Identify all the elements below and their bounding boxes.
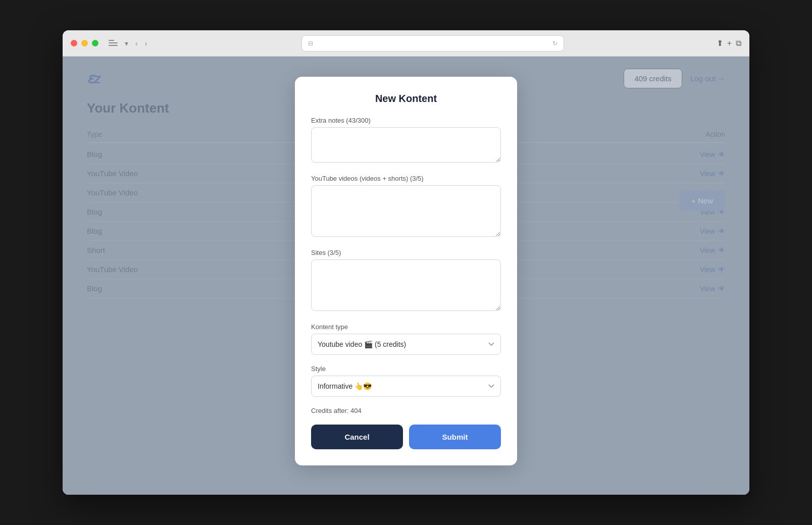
modal-title: New Kontent (311, 93, 501, 104)
extra-notes-textarea[interactable] (311, 127, 501, 163)
style-group: Style Informative 👆😎 (311, 365, 501, 397)
style-label: Style (311, 365, 501, 373)
browser-titlebar: ▾ ‹ › ⊟ ↻ ⬆ + ⧉ (63, 30, 749, 57)
extra-notes-group: Extra notes (43/300) (311, 117, 501, 165)
close-button[interactable] (71, 40, 77, 46)
extra-notes-label: Extra notes (43/300) (311, 117, 501, 124)
maximize-button[interactable] (92, 40, 98, 46)
sites-textarea[interactable] (311, 259, 501, 311)
youtube-videos-group: YouTube videos (videos + shorts) (3/5) (311, 175, 501, 239)
credits-after: Credits after: 404 (311, 407, 501, 414)
cancel-button[interactable]: Cancel (311, 425, 403, 449)
sites-label: Sites (3/5) (311, 249, 501, 256)
tabs-icon[interactable]: ⧉ (736, 39, 741, 48)
browser-actions: ⬆ + ⧉ (717, 38, 741, 48)
address-bar[interactable]: ⊟ ↻ (301, 35, 564, 51)
style-select-wrapper: Informative 👆😎 (311, 376, 501, 397)
youtube-videos-textarea[interactable] (311, 185, 501, 237)
sites-group: Sites (3/5) (311, 249, 501, 313)
forward-icon[interactable]: › (143, 37, 149, 49)
modal-dialog: New Kontent Extra notes (43/300) YouTube… (295, 77, 517, 465)
chevron-down-icon[interactable]: ▾ (123, 37, 130, 49)
modal-overlay: New Kontent Extra notes (43/300) YouTube… (63, 57, 749, 495)
address-bar-icon: ⊟ (308, 40, 313, 47)
youtube-videos-label: YouTube videos (videos + shorts) (3/5) (311, 175, 501, 182)
kontent-type-select-wrapper: Youtube video 🎬 (5 credits) (311, 334, 501, 355)
back-icon[interactable]: ‹ (133, 37, 140, 49)
minimize-button[interactable] (81, 40, 88, 46)
browser-controls: ▾ ‹ › (109, 37, 149, 49)
kontent-type-group: Kontent type Youtube video 🎬 (5 credits) (311, 323, 501, 355)
traffic-lights (71, 40, 98, 46)
address-bar-container: ⊟ ↻ (155, 35, 710, 51)
kontent-type-select[interactable]: Youtube video 🎬 (5 credits) (311, 334, 501, 355)
browser-window: ▾ ‹ › ⊟ ↻ ⬆ + ⧉ ɛz 409 credits Log out → (63, 30, 749, 495)
app-content: ɛz 409 credits Log out → Your Kontent Ty… (63, 57, 749, 495)
style-select[interactable]: Informative 👆😎 (311, 376, 501, 397)
new-tab-icon[interactable]: + (727, 39, 732, 48)
kontent-type-label: Kontent type (311, 323, 501, 331)
sidebar-toggle-icon[interactable] (109, 40, 118, 47)
refresh-icon[interactable]: ↻ (552, 40, 557, 47)
submit-button[interactable]: Submit (409, 425, 501, 449)
modal-actions: Cancel Submit (311, 425, 501, 449)
share-icon[interactable]: ⬆ (717, 38, 723, 48)
